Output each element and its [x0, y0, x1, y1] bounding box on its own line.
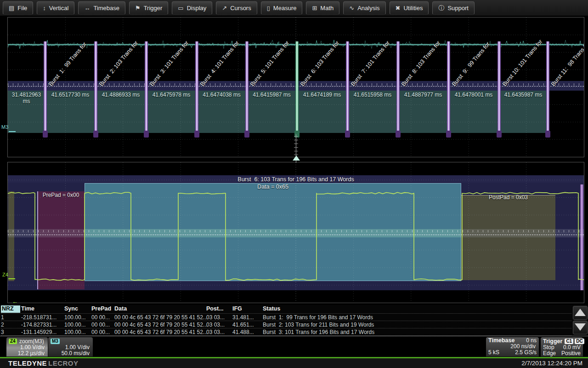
interval-value-1: 31.4812963 ms: [8, 92, 45, 98]
menu-button-file[interactable]: ▤File: [3, 1, 33, 15]
menu-button-math[interactable]: ⊞Math: [306, 1, 339, 15]
m3-descriptor-box[interactable]: M3 1.00 V/div 50.0 ms/div: [48, 337, 93, 356]
timebase-box[interactable]: Timebase 0 ns 200 ns/div 5 kS 2.5 GS/s: [486, 337, 539, 356]
horizontal-arrows-icon: ↔: [84, 5, 90, 11]
menu-button-cursors[interactable]: ↗Cursors: [216, 1, 257, 15]
burst-label-5: Burst 5: 101 Trans for: [249, 40, 290, 87]
menu-label-utilities: Utilities: [403, 5, 423, 12]
menu-button-measure[interactable]: ▯Measure: [261, 1, 303, 15]
menu-button-display[interactable]: ▭Display: [172, 1, 212, 15]
burst-label-8: Burst 8: 103 Trans for: [400, 40, 441, 87]
up-arrow-icon: [575, 309, 586, 316]
burst-marker-foot-3: [144, 131, 149, 138]
cell-sync: 100.00...: [64, 314, 90, 321]
calculator-icon: ⊞: [312, 5, 317, 11]
interval-value-8: 41.6515958 ms: [347, 92, 398, 98]
burst-label-2: Burst 2: 103 Trans for: [98, 40, 139, 87]
scroll-down-button[interactable]: [573, 321, 588, 334]
interval-value-2: 41.6517730 ms: [45, 92, 96, 98]
burst-label-6: Burst 6: 103 Trans for: [299, 40, 340, 87]
column-header-nrz[interactable]: NRZ: [1, 305, 20, 313]
table-row-3[interactable]: 3-131.145929...100.00...00 00...00 00 4c…: [1, 328, 571, 336]
zoom-waveform-panel[interactable]: Burst 6: 103 Trans for 196 Bits and 17 W…: [7, 162, 584, 303]
datetime: 2/7/2013 12:24:20 PM: [521, 360, 582, 367]
prepad-label: PrePad = 0x00: [37, 192, 85, 198]
cell-nrz: 2: [1, 322, 20, 328]
menu-button-timebase[interactable]: ↔Timebase: [78, 1, 125, 15]
down-arrow-icon: [575, 323, 586, 331]
z4-time-per-div: 12.2 µs/div: [9, 351, 45, 356]
pan-left-arrow-icon[interactable]: ←: [12, 298, 18, 305]
cell-prepad: 00 00...: [91, 329, 113, 335]
m3-trace-label[interactable]: M3: [1, 124, 8, 130]
interval-value-10: 41.6478001 ms: [448, 92, 499, 98]
clipboard-icon: ▤: [9, 5, 14, 11]
cell-time: -218.518731...: [21, 314, 63, 321]
menu-bar: ▤File↕Vertical↔Timebase⚑Trigger▭Display↗…: [0, 0, 588, 16]
cell-ifg: 41.651...: [232, 322, 262, 328]
ruler-ticks: [8, 230, 584, 232]
cell-data: 00 00 4c 65 43 72 6f 79 20 55 41 52...: [114, 314, 205, 321]
cell-status: Burst 3: 101 Trans for 196 Bits and 17 W…: [263, 329, 571, 335]
menu-button-trigger[interactable]: ⚑Trigger: [129, 1, 168, 15]
status-bar: Z4 zoom(M3) 1.00 V/div 12.2 µs/div M3 1.…: [0, 337, 588, 357]
burst-marker-foot-7: [345, 131, 350, 138]
menu-button-support[interactable]: ⓘSupport: [432, 1, 475, 15]
burst-label-7: Burst 7: 101 Trans for: [350, 40, 391, 87]
burst-marker-foot-2: [93, 131, 98, 138]
menu-button-analysis[interactable]: ∿Analysis: [343, 1, 385, 15]
burst-marker-6: [295, 41, 299, 133]
menu-button-utilities[interactable]: ✖Utilities: [390, 1, 429, 15]
column-header-prepad[interactable]: PrePad: [91, 305, 113, 313]
menu-label-cursors: Cursors: [230, 5, 251, 12]
burst-marker-foot-11: [545, 131, 550, 138]
timebase-rate: 2.5 GS/s: [515, 350, 537, 356]
table-row-2[interactable]: 2-174.827331...100.00...00 00...00 00 4c…: [1, 321, 571, 328]
data-value-label: Data = 0x65: [85, 184, 461, 190]
burst-marker-foot-8: [396, 131, 401, 138]
menu-button-vertical[interactable]: ↕Vertical: [37, 1, 74, 15]
trigger-position-marker[interactable]: [293, 155, 300, 161]
column-header-data[interactable]: Data: [114, 305, 205, 313]
vertical-arrows-icon: ↕: [43, 5, 46, 11]
column-header-ifg[interactable]: IFG: [232, 305, 262, 313]
cell-post: 03 03...: [206, 314, 232, 321]
burst-marker-foot-4: [194, 131, 199, 138]
next-burst-marker: [580, 184, 583, 290]
info-icon: ⓘ: [438, 5, 444, 11]
ruler-icon: ▯: [267, 5, 270, 11]
burst-marker-foot-10: [497, 131, 502, 138]
threshold-dashed-line: [8, 235, 584, 235]
trigger-box[interactable]: Trigger C1 DC Stop 0.0 mV Edge Positive: [541, 337, 583, 356]
cell-post: 03 03...: [206, 329, 232, 335]
burst-marker-11: [546, 41, 549, 133]
decode-results-table: NRZTimeSyncPrePadDataPost...IFGStatus1-2…: [0, 305, 588, 336]
burst-marker-7: [346, 41, 349, 133]
cell-time: -131.145929...: [21, 329, 63, 335]
z4-descriptor-box[interactable]: Z4 zoom(M3) 1.00 V/div 12.2 µs/div: [6, 337, 48, 356]
burst-label-3: Burst 3: 101 Trans for: [148, 40, 190, 87]
column-header-post[interactable]: Post...: [206, 305, 232, 313]
interval-value-3: 41.4886933 ms: [96, 92, 146, 98]
burst-marker-3: [145, 41, 148, 133]
scroll-up-button[interactable]: [573, 306, 588, 320]
table-row-1[interactable]: 1-218.518731...100.00...00 00...00 00 4c…: [1, 313, 571, 321]
burst-marker-1: [44, 41, 47, 133]
menu-label-measure: Measure: [273, 5, 297, 12]
trigger-coupling-badge: DC: [575, 339, 584, 344]
z4-trace-label[interactable]: Z4: [2, 272, 8, 277]
postpad-label: PostPad = 0x03: [461, 194, 555, 201]
interval-value-6: 41.6415987 ms: [247, 92, 297, 98]
cell-status: Burst 1: 99 Trans for 196 Bits and 17 Wo…: [263, 314, 571, 321]
cell-nrz: 1: [1, 314, 20, 321]
column-header-time[interactable]: Time: [21, 305, 63, 313]
trigger-slope: Positive: [561, 351, 581, 356]
column-header-sync[interactable]: Sync: [64, 305, 90, 313]
burst-label-10: Burst 10: 101 Trans for: [501, 39, 543, 87]
burst-label-9: Burst 9: 99 Trans for: [451, 41, 491, 87]
cell-sync: 100.00...: [64, 329, 90, 335]
burst-marker-foot-1: [43, 131, 48, 138]
column-header-status[interactable]: Status: [263, 305, 571, 313]
menu-label-trigger: Trigger: [144, 5, 163, 12]
cell-prepad: 00 00...: [91, 314, 113, 321]
